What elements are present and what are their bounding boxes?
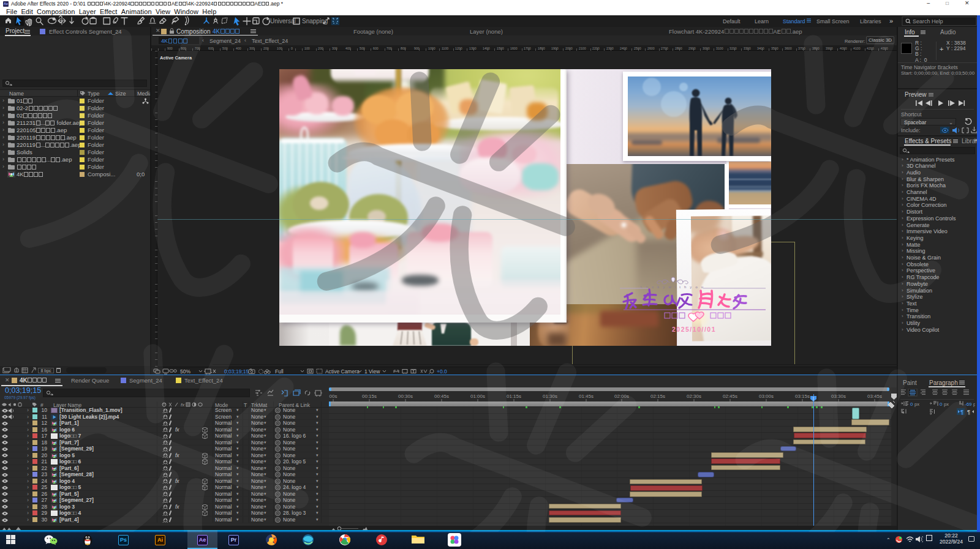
svg-text:1900: 1900 xyxy=(551,47,559,50)
svg-text:1400: 1400 xyxy=(483,47,490,50)
svg-text:fx: fx xyxy=(181,402,185,407)
svg-text:200: 200 xyxy=(318,47,323,50)
svg-text:Libraries: Libraries xyxy=(860,18,881,24)
svg-text:03:15s: 03:15s xyxy=(795,394,810,399)
svg-text:02:15s: 02:15s xyxy=(650,394,665,399)
svg-text:400: 400 xyxy=(236,47,241,50)
svg-text:3000: 3000 xyxy=(703,47,710,50)
svg-text:1 View: 1 View xyxy=(364,368,380,375)
svg-text:Full: Full xyxy=(275,368,284,375)
svg-text:02:30s: 02:30s xyxy=(687,394,701,399)
svg-text:500: 500 xyxy=(360,47,365,50)
svg-text:600: 600 xyxy=(208,47,214,50)
svg-text:100: 100 xyxy=(304,47,310,50)
svg-text:3100: 3100 xyxy=(716,47,723,50)
svg-text:200: 200 xyxy=(263,47,269,50)
svg-text:00s: 00s xyxy=(330,394,337,399)
svg-text:3200: 3200 xyxy=(729,47,737,50)
svg-text:1600: 1600 xyxy=(510,47,518,50)
svg-text:-69: -69 xyxy=(965,401,972,407)
svg-text:800: 800 xyxy=(401,47,406,50)
svg-text:03:45s: 03:45s xyxy=(867,394,882,399)
svg-text:px: px xyxy=(944,401,949,407)
svg-text:500: 500 xyxy=(222,47,228,50)
svg-text:900: 900 xyxy=(167,47,173,50)
svg-text:00:15s: 00:15s xyxy=(362,394,377,399)
svg-text:2100: 2100 xyxy=(579,47,586,50)
svg-text:400: 400 xyxy=(345,47,351,50)
svg-text:3800: 3800 xyxy=(812,47,820,50)
svg-text:300: 300 xyxy=(332,47,337,50)
svg-text:3900: 3900 xyxy=(826,47,833,50)
svg-text:Universal: Universal xyxy=(270,18,296,24)
svg-text:700: 700 xyxy=(386,47,392,50)
svg-text:0: 0 xyxy=(940,401,943,407)
svg-text:2900: 2900 xyxy=(688,47,696,50)
svg-text:01:00s: 01:00s xyxy=(470,394,485,399)
svg-text:0;03;19;15: 0;03;19;15 xyxy=(224,368,249,375)
svg-text:Default: Default xyxy=(723,18,741,24)
svg-text:3600: 3600 xyxy=(785,47,792,50)
svg-text:1200: 1200 xyxy=(455,47,462,50)
svg-text:2800: 2800 xyxy=(675,47,682,50)
svg-text:¶: ¶ xyxy=(960,409,963,415)
svg-text:300: 300 xyxy=(249,47,255,50)
svg-text:2400: 2400 xyxy=(620,47,627,50)
svg-text:1300: 1300 xyxy=(469,47,477,50)
svg-text:03:00s: 03:00s xyxy=(759,394,774,399)
svg-text:¶: ¶ xyxy=(967,409,970,415)
svg-text:px: px xyxy=(914,401,919,407)
svg-text:+0.0: +0.0 xyxy=(437,368,447,375)
svg-text:00:30s: 00:30s xyxy=(398,394,413,399)
svg-text:4200: 4200 xyxy=(867,47,874,50)
svg-text:2300: 2300 xyxy=(606,47,614,50)
svg-text:02:45s: 02:45s xyxy=(723,394,737,399)
svg-text:2600: 2600 xyxy=(647,47,655,50)
svg-text:1000: 1000 xyxy=(428,47,435,50)
svg-text:3700: 3700 xyxy=(798,47,805,50)
svg-text:3300: 3300 xyxy=(744,47,751,50)
svg-text:600: 600 xyxy=(373,47,379,50)
svg-text:Search Help: Search Help xyxy=(913,18,943,24)
svg-text:px: px xyxy=(973,401,975,407)
svg-text:»: » xyxy=(889,17,893,24)
svg-text:700: 700 xyxy=(195,47,200,50)
svg-text:02:00s: 02:00s xyxy=(614,394,629,399)
svg-text:2200: 2200 xyxy=(592,47,600,50)
svg-text:01:30s: 01:30s xyxy=(543,394,557,399)
svg-text:0: 0 xyxy=(291,47,293,50)
svg-text:01:45s: 01:45s xyxy=(579,394,594,399)
svg-text:50%: 50% xyxy=(180,368,190,375)
svg-text:2500: 2500 xyxy=(634,47,641,50)
svg-text:00:45s: 00:45s xyxy=(434,394,449,399)
svg-text:2000: 2000 xyxy=(565,47,573,50)
svg-text:Learn: Learn xyxy=(755,18,769,24)
svg-text:Standard: Standard xyxy=(783,18,805,24)
svg-text:2025/10//01: 2025/10//01 xyxy=(672,326,716,333)
svg-text:3400: 3400 xyxy=(757,47,764,50)
svg-text:1800: 1800 xyxy=(538,47,545,50)
svg-text:2700: 2700 xyxy=(661,47,668,50)
svg-text:900: 900 xyxy=(414,47,420,50)
svg-text:Active Camera: Active Camera xyxy=(325,368,360,375)
svg-text:L u c k y w i t h y o u: L u c k y w i t h y o u xyxy=(641,285,705,289)
svg-text:1700: 1700 xyxy=(524,47,531,50)
svg-text:01:15s: 01:15s xyxy=(507,394,521,399)
svg-text:1100: 1100 xyxy=(442,47,448,50)
svg-text:800: 800 xyxy=(181,47,186,50)
svg-text:3500: 3500 xyxy=(771,47,778,50)
svg-text:03:30s: 03:30s xyxy=(831,394,846,399)
svg-text:4000: 4000 xyxy=(840,47,847,50)
svg-text:4100: 4100 xyxy=(853,47,861,50)
svg-text:4300: 4300 xyxy=(881,47,888,50)
svg-text:1500: 1500 xyxy=(497,47,504,50)
svg-text:100: 100 xyxy=(277,47,282,50)
svg-text:Small Screen: Small Screen xyxy=(816,18,850,24)
svg-text:0: 0 xyxy=(910,401,913,407)
